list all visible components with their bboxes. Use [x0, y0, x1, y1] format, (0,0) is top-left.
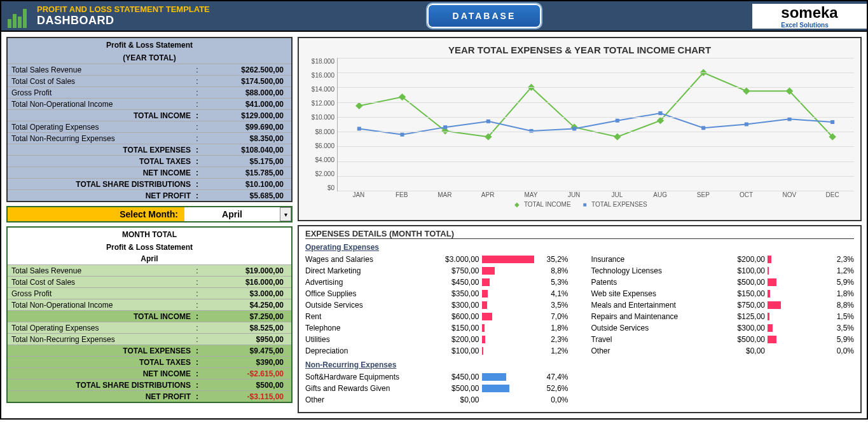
expense-pct: 8,8%: [537, 266, 568, 275]
database-button[interactable]: DATABASE: [427, 4, 542, 28]
expense-label: Web site Expenses: [591, 289, 715, 298]
expense-label: Outside Services: [591, 324, 715, 332]
expense-bar: [479, 267, 537, 275]
expense-label: Other: [305, 395, 429, 404]
svg-rect-21: [745, 123, 748, 127]
title-main: PROFIT AND LOSS STATEMENT TEMPLATE: [37, 4, 210, 14]
svg-rect-15: [486, 120, 490, 123]
svg-rect-17: [572, 127, 576, 130]
year-pl-hdr1: Profit & Loss Statement: [8, 38, 291, 52]
pl-label: Total Sales Revenue: [8, 65, 192, 74]
svg-rect-19: [658, 111, 662, 115]
expense-row: Telephone$150,001,8%: [305, 322, 568, 334]
expense-row: Direct Marketing$750,008,8%: [305, 265, 568, 277]
expense-row: Soft&Hardware Equipments$450,0047,4%: [305, 371, 568, 383]
expense-row: Office Supplies$350,004,1%: [305, 288, 568, 299]
expense-pct: 7,0%: [537, 312, 568, 321]
expenses-details-panel: EXPENSES DETAILS (MONTH TOTAL) Operating…: [298, 225, 862, 413]
expense-pct: 5,9%: [822, 335, 854, 344]
expense-value: $150,00: [714, 289, 765, 298]
expense-row: Web site Expenses$150,001,8%: [591, 288, 855, 299]
chart-legend: ◆ TOTAL INCOME ■ TOTAL EXPENSES: [305, 198, 854, 208]
pl-label: TOTAL TAXES: [8, 358, 192, 367]
expense-row: Other$0,000,0%: [591, 345, 855, 357]
expense-value: $3.000,00: [429, 255, 479, 264]
expense-value: $200,00: [429, 335, 479, 344]
svg-rect-12: [357, 127, 361, 130]
pl-row: NET INCOME:$15.785,00: [8, 167, 291, 178]
select-month: Select Month: April ▾: [6, 206, 293, 222]
month-pl-hdr1: MONTH TOTAL: [8, 228, 291, 242]
expense-row: Technology Licenses$100,001,2%: [591, 265, 855, 277]
pl-label: Total Sales Revenue: [8, 266, 192, 275]
select-month-value[interactable]: April: [184, 207, 280, 221]
pl-label: TOTAL SHARE DISTRIBUTIONS: [8, 180, 192, 189]
pl-label: Total Non-Recurring Expenses: [8, 335, 192, 344]
pl-value: $3.000,00: [202, 289, 291, 298]
pl-row: Total Cost of Sales:$174.500,00: [8, 75, 291, 86]
expense-value: $750,00: [714, 301, 765, 310]
expense-row: Advertising$450,005,3%: [305, 277, 568, 288]
pl-label: TOTAL INCOME: [8, 111, 192, 120]
expense-row: Repairs and Maintenance$125,001,5%: [591, 311, 855, 322]
pl-row: TOTAL SHARE DISTRIBUTIONS:$10.100,00: [8, 178, 291, 189]
expense-bar: [479, 313, 537, 320]
pl-label: TOTAL SHARE DISTRIBUTIONS: [8, 381, 192, 390]
expense-pct: 1,2%: [537, 346, 568, 355]
pl-value: $88.000,00: [202, 88, 291, 97]
pl-label: TOTAL INCOME: [8, 312, 192, 321]
pl-row: Gross Profit:$88.000,00: [8, 86, 291, 98]
expense-pct: 8,8%: [822, 301, 854, 310]
legend-expenses: TOTAL EXPENSES: [591, 201, 647, 208]
pl-value: $4.250,00: [202, 301, 291, 310]
expense-value: $300,00: [429, 301, 479, 310]
chart-plot: [337, 58, 854, 191]
expense-pct: 1,5%: [822, 312, 854, 321]
expense-label: Insurance: [591, 255, 715, 264]
pl-label: Total Cost of Sales: [8, 77, 192, 86]
expense-bar: [479, 256, 537, 263]
svg-rect-13: [400, 133, 404, 137]
expense-label: Rent: [305, 312, 429, 321]
expense-label: Other: [591, 346, 715, 355]
month-pl-panel: MONTH TOTAL Profit & Loss Statement Apri…: [6, 226, 293, 403]
pl-row: Gross Profit:$3.000,00: [8, 287, 291, 299]
expense-label: Outside Services: [305, 301, 429, 310]
pl-label: Total Operating Expenses: [8, 123, 192, 132]
legend-income: TOTAL INCOME: [524, 201, 571, 208]
right-column: YEAR TOTAL EXPENSES & YEAR TOTAL INCOME …: [298, 37, 862, 413]
expense-pct: 0,0%: [537, 395, 568, 404]
body: Profit & Loss Statement (YEAR TOTAL) Tot…: [1, 32, 867, 418]
expense-pct: 1,8%: [537, 324, 568, 332]
pl-value: $390,00: [202, 358, 291, 367]
pl-label: Total Non-Recurring Expenses: [8, 134, 192, 143]
pl-row: NET INCOME:-$2.615,00: [8, 367, 291, 379]
pl-row: TOTAL TAXES:$390,00: [8, 356, 291, 367]
chevron-down-icon[interactable]: ▾: [280, 207, 291, 221]
pl-label: Total Cost of Sales: [8, 278, 192, 287]
pl-value: $10.100,00: [202, 180, 291, 189]
expense-pct: 1,2%: [822, 266, 854, 275]
pl-row: TOTAL EXPENSES:$108.040,00: [8, 144, 291, 155]
expense-label: Advertising: [305, 278, 429, 287]
expense-row: Gifts and Rewards Given$500,0052,6%: [305, 383, 568, 394]
expense-value: $450,00: [429, 373, 479, 381]
chart-icon: [8, 4, 32, 28]
expense-bar: [479, 290, 537, 298]
expense-bar: [479, 385, 537, 392]
expense-label: Telephone: [305, 324, 429, 332]
pl-value: $8.525,00: [202, 324, 291, 332]
expense-bar: [479, 373, 537, 381]
expense-label: Soft&Hardware Equipments: [305, 373, 429, 381]
expense-pct: 3,5%: [822, 324, 854, 332]
year-pl-rows: Total Sales Revenue:$262.500,00Total Cos…: [8, 64, 291, 201]
expense-bar: [765, 347, 822, 355]
expense-row: Other$0,000,0%: [305, 394, 568, 406]
expense-row: Depreciation$100,001,2%: [305, 345, 568, 357]
expense-label: Patents: [591, 278, 715, 287]
expense-label: Depreciation: [305, 346, 429, 355]
app-frame: PROFIT AND LOSS STATEMENT TEMPLATE DASHB…: [0, 0, 868, 420]
header: PROFIT AND LOSS STATEMENT TEMPLATE DASHB…: [1, 1, 867, 32]
expense-bar: [479, 347, 537, 355]
expense-row: Patents$500,005,9%: [591, 277, 855, 288]
